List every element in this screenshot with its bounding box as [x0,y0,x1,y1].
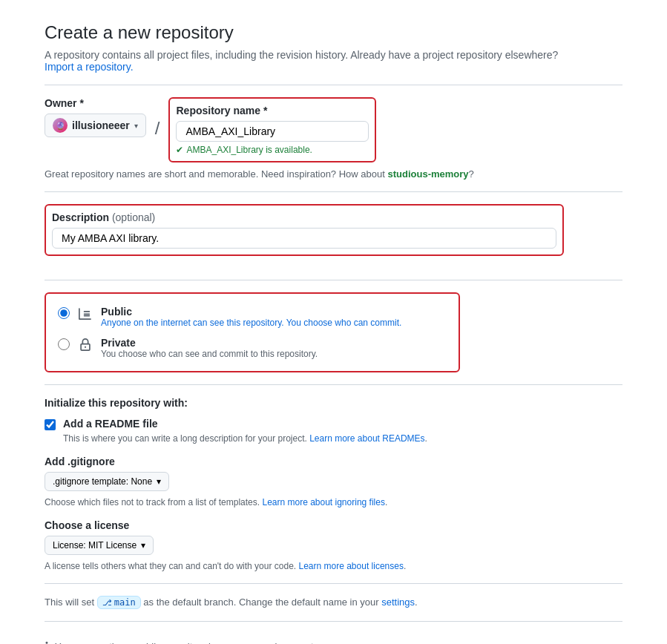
page-title: Create a new repository [45,22,622,43]
divider-initialize [45,384,622,385]
initialize-title: Initialize this repository with: [45,397,622,409]
repo-name-input[interactable] [176,121,369,142]
license-desc: A license tells others what they can and… [45,561,622,571]
divider-notice [45,621,622,622]
owner-column: Owner * 🔮 illusioneeer ▾ [45,97,146,137]
public-icon [79,307,92,324]
divider-visibility [45,280,622,280]
gitignore-dropdown[interactable]: .gitignore template: None ▾ [45,472,169,491]
owner-name: illusioneeer [72,119,130,131]
info-icon: ℹ [45,640,49,644]
private-desc: You choose who can see and commit to thi… [101,349,318,359]
readme-checkbox-row: Add a README file [45,418,622,430]
public-notice: ℹ You are creating a public repository i… [45,634,622,644]
license-section: Choose a license License: MIT License ▾ … [45,519,622,571]
slash-separator: / [152,118,163,139]
chevron-down-icon: ▾ [134,122,138,130]
initialize-section: Initialize this repository with: Add a R… [45,397,622,444]
visibility-private-option: Private You choose who can see and commi… [58,337,447,359]
private-radio[interactable] [58,338,70,350]
readme-learn-more-link[interactable]: Learn more about READMEs [309,433,424,444]
private-icon [79,338,92,355]
public-title: Public [101,306,401,318]
visibility-public-option: Public Anyone on the internet can see th… [58,306,447,328]
suggestion-name[interactable]: studious-memory [387,168,468,180]
inspiration-text: Great repository names are short and mem… [45,168,622,180]
private-title: Private [101,337,318,349]
gitignore-title: Add .gitignore [45,456,622,467]
readme-desc: This is where you can write a long descr… [63,433,622,444]
repo-name-column: Repository name * ✔ AMBA_AXI_Library is … [168,97,376,162]
chevron-down-icon: ▾ [157,476,161,487]
description-label: Description (optional) [52,211,556,223]
license-title: Choose a license [45,519,622,531]
visibility-section: Public Anyone on the internet can see th… [45,292,460,372]
owner-label: Owner * [45,97,146,109]
gitignore-section: Add .gitignore .gitignore template: None… [45,456,622,507]
description-section: Description (optional) [45,204,564,256]
owner-avatar: 🔮 [53,118,68,133]
settings-link[interactable]: settings [381,597,415,608]
check-icon: ✔ [176,145,183,155]
license-dropdown[interactable]: License: MIT License ▾ [45,536,154,555]
private-visibility-content: Private You choose who can see and commi… [101,337,318,359]
availability-message: ✔ AMBA_AXI_Library is available. [176,145,369,155]
chevron-down-icon: ▾ [141,540,145,551]
public-radio[interactable] [58,307,70,319]
public-desc: Anyone on the internet can see this repo… [101,318,401,328]
branch-badge: ⎇ main [97,596,141,609]
import-link[interactable]: Import a repository. [45,61,134,73]
license-learn-more-link[interactable]: Learn more about licenses [299,561,404,571]
owner-repo-row: Owner * 🔮 illusioneeer ▾ / Repository na… [45,97,622,162]
public-visibility-content: Public Anyone on the internet can see th… [101,306,401,328]
divider-branch [45,583,622,584]
page-subtitle: A repository contains all project files,… [45,49,622,73]
readme-checkbox[interactable] [45,419,56,430]
readme-label: Add a README file [63,418,158,430]
description-input[interactable] [52,228,556,249]
divider-desc [45,191,622,192]
gitignore-learn-more-link[interactable]: Learn more about ignoring files [262,497,384,507]
owner-select[interactable]: 🔮 illusioneeer ▾ [45,114,146,137]
repo-name-label: Repository name * [176,105,369,116]
repo-col-inner: Repository name * ✔ AMBA_AXI_Library is … [176,105,369,155]
gitignore-desc: Choose which files not to track from a l… [45,497,622,507]
branch-info: This will set ⎇ main as the default bran… [45,596,622,609]
branch-icon: ⎇ [102,598,112,608]
divider-top [45,85,622,85]
